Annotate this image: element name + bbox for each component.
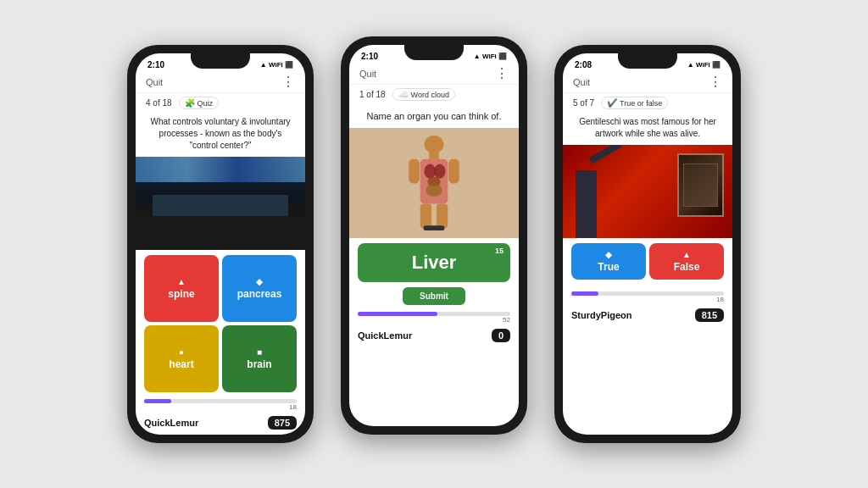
badge-1: 🧩 Quiz xyxy=(179,97,220,109)
tf-answers-grid: ◆ True ▲ False xyxy=(563,238,732,285)
badge-emoji-2: ☁️ xyxy=(398,90,409,99)
svg-point-3 xyxy=(425,164,436,178)
answer-label-true: True xyxy=(598,261,619,273)
answer-icon-heart: ● xyxy=(179,347,184,357)
nav-bar-1: Quit ⋮ xyxy=(136,72,305,93)
answer-icon-true: ◆ xyxy=(605,250,612,259)
svg-rect-7 xyxy=(409,158,419,183)
svg-point-6 xyxy=(426,183,442,196)
svg-point-0 xyxy=(425,135,444,152)
player-score-1: 875 xyxy=(268,416,297,430)
svg-rect-8 xyxy=(448,158,459,183)
scene: 2:10 ▲ WiFi ⬛ Quit ⋮ 4 of 18 🧩 Quiz What… xyxy=(0,0,868,488)
footer-2: QuickLemur 0 xyxy=(349,325,519,347)
status-icons-2: ▲ WiFi ⬛ xyxy=(474,53,507,60)
progress-bar-1: 18 xyxy=(136,397,305,413)
badge-emoji-1: 🧩 xyxy=(185,98,195,108)
progress-count-3: 5 of 7 xyxy=(573,98,594,108)
answer-brain[interactable]: ■ brain xyxy=(222,325,297,392)
footer-3: SturdyPigeon 815 xyxy=(563,305,732,327)
badge-3: ✔️ True or false xyxy=(601,97,668,109)
painting-person xyxy=(576,170,597,238)
progress-label-1: 18 xyxy=(144,403,297,411)
submit-button[interactable]: Submit xyxy=(403,287,465,305)
question-text-2: Name an organ you can think of. xyxy=(349,104,519,128)
answer-true[interactable]: ◆ True xyxy=(571,243,646,280)
progress-count-1: 4 of 18 xyxy=(146,98,172,108)
question-text-3: Gentileschi was most famous for her artw… xyxy=(563,113,732,145)
badge-label-3: True or false xyxy=(620,99,662,108)
quit-button-3[interactable]: Quit xyxy=(573,77,590,87)
progress-bar-3: 18 xyxy=(563,290,732,305)
player-name-3: SturdyPigeon xyxy=(571,310,632,320)
answer-false[interactable]: ▲ False xyxy=(649,243,724,280)
progress-row-1: 4 of 18 🧩 Quiz xyxy=(136,93,305,113)
footer-1: QuickLemur 875 xyxy=(136,413,305,435)
answer-label-heart: heart xyxy=(169,358,193,370)
nav-bar-2: Quit ⋮ xyxy=(349,64,519,85)
more-menu-2[interactable]: ⋮ xyxy=(495,67,509,80)
svg-rect-11 xyxy=(424,225,445,230)
answer-label-spine: spine xyxy=(168,288,194,300)
question-text-1: What controls voluntary & involuntary pr… xyxy=(136,113,305,157)
answer-icon-brain: ■ xyxy=(257,347,262,357)
quit-button-1[interactable]: Quit xyxy=(146,77,163,87)
svg-rect-10 xyxy=(437,203,448,228)
badge-emoji-3: ✔️ xyxy=(607,98,617,108)
answer-icon-pancreas: ◆ xyxy=(256,277,263,286)
status-time-1: 2:10 xyxy=(147,60,164,69)
progress-fill-2 xyxy=(358,312,437,316)
answer-icon-spine: ▲ xyxy=(177,277,186,286)
answer-word: Liver xyxy=(412,252,457,274)
badge-label-2: Word cloud xyxy=(411,91,449,99)
player-name-2: QuickLemur xyxy=(358,330,412,341)
status-time-2: 2:10 xyxy=(361,52,378,61)
badge-2: ☁️ Word cloud xyxy=(392,88,455,101)
answer-heart[interactable]: ● heart xyxy=(144,325,219,392)
nav-bar-3: Quit ⋮ xyxy=(563,72,732,93)
progress-label-2: 52 xyxy=(358,316,510,324)
notch-1 xyxy=(191,53,250,69)
status-icons-3: ▲ WiFi ⬛ xyxy=(687,61,721,69)
anatomy-image xyxy=(349,128,519,238)
phone-1: 2:10 ▲ WiFi ⬛ Quit ⋮ 4 of 18 🧩 Quiz What… xyxy=(127,45,314,443)
progress-row-3: 5 of 7 ✔️ True or false xyxy=(563,93,732,113)
question-image-1 xyxy=(136,157,305,250)
answer-label-false: False xyxy=(674,261,700,273)
progress-fill-3 xyxy=(571,291,598,296)
painting-canvas xyxy=(677,153,724,217)
more-menu-1[interactable]: ⋮ xyxy=(281,75,295,89)
progress-label-3: 18 xyxy=(571,296,724,303)
quit-button-2[interactable]: Quit xyxy=(359,69,376,79)
painting-arm xyxy=(589,145,622,164)
phone-3: 2:08 ▲ WiFi ⬛ Quit ⋮ 5 of 7 ✔️ True or f… xyxy=(554,45,741,443)
progress-count-2: 1 of 18 xyxy=(359,90,386,99)
notch-3 xyxy=(618,53,677,69)
word-cloud-answer-box[interactable]: 15 Liver xyxy=(358,243,510,282)
answer-icon-false: ▲ xyxy=(682,250,691,259)
player-score-2: 0 xyxy=(492,329,510,342)
more-menu-3[interactable]: ⋮ xyxy=(709,75,722,89)
phone-2: 2:10 ▲ WiFi ⬛ Quit ⋮ 1 of 18 ☁️ Word clo… xyxy=(341,36,527,435)
answers-grid-1: ▲ spine ◆ pancreas ● heart ■ brain xyxy=(136,250,305,397)
progress-fill-1 xyxy=(144,399,171,403)
status-icons-1: ▲ WiFi ⬛ xyxy=(260,61,293,69)
answer-label-pancreas: pancreas xyxy=(237,288,282,300)
player-score-3: 815 xyxy=(695,308,724,322)
painting-image xyxy=(563,145,732,238)
status-time-3: 2:08 xyxy=(575,60,592,69)
progress-bar-2: 52 xyxy=(349,310,519,325)
badge-label-1: Quiz xyxy=(198,99,214,108)
player-name-1: QuickLemur xyxy=(144,418,198,428)
notch-2 xyxy=(404,45,464,60)
svg-rect-1 xyxy=(429,152,439,159)
answer-count: 15 xyxy=(495,247,504,255)
progress-row-2: 1 of 18 ☁️ Word cloud xyxy=(349,85,519,104)
answer-spine[interactable]: ▲ spine xyxy=(144,255,219,322)
svg-point-4 xyxy=(434,164,445,178)
anatomy-svg xyxy=(404,135,464,232)
answer-pancreas[interactable]: ◆ pancreas xyxy=(222,255,297,322)
svg-rect-9 xyxy=(420,203,431,228)
answer-label-brain: brain xyxy=(247,358,271,370)
